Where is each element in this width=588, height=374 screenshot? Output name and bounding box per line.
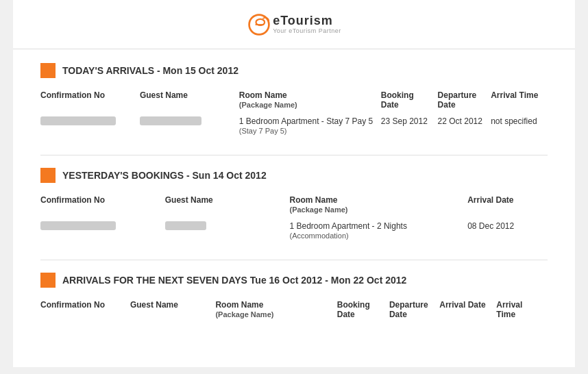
- next-seven-days-section: ARRIVALS FOR THE NEXT SEVEN DAYS Tue 16 …: [40, 273, 548, 323]
- td-arrival-date-2: 08 Dec 2012: [467, 219, 548, 243]
- todays-arrivals-section: TODAY'S ARRIVALS - Mon 15 Oct 2012 Confi…: [40, 63, 548, 138]
- next-seven-days-header: ARRIVALS FOR THE NEXT SEVEN DAYS Tue 16 …: [40, 273, 548, 288]
- yesterdays-bookings-section: YESTERDAY'S BOOKINGS - Sun 14 Oct 2012 C…: [40, 168, 548, 243]
- td-room-2: 1 Bedroom Apartment - 2 Nights (Accommod…: [290, 219, 468, 243]
- th-room-2: Room Name (Package Name): [290, 192, 468, 219]
- table-header-row-3: Confirmation No Guest Name Room Name (Pa…: [40, 297, 548, 323]
- todays-arrivals-table: Confirmation No Guest Name Room Name (Pa…: [40, 88, 548, 138]
- divider-2: [40, 260, 548, 260]
- th-departure-date: Departure Date: [438, 88, 491, 114]
- content: TODAY'S ARRIVALS - Mon 15 Oct 2012 Confi…: [13, 49, 575, 353]
- blurred-confirmation: [40, 116, 116, 125]
- td-departure-date: 22 Oct 2012: [438, 114, 491, 138]
- logo-tagline: Your eTourism Partner: [273, 28, 341, 35]
- th-arrival-time: Arrival Time: [491, 88, 548, 114]
- orange-box-indicator: [40, 63, 56, 78]
- divider-1: [40, 155, 548, 155]
- header: eTourism Your eTourism Partner: [13, 0, 575, 49]
- table-header-row: Confirmation No Guest Name Room Name (Pa…: [40, 88, 548, 114]
- room-name-sub-text-2: (Accommodation): [290, 232, 349, 240]
- th-confirmation-3: Confirmation No: [40, 297, 130, 323]
- table-row-2: 1 Bedroom Apartment - 2 Nights (Accommod…: [40, 219, 548, 243]
- th-room-3: Room Name (Package Name): [215, 297, 336, 323]
- th-confirmation-2: Confirmation No: [40, 192, 165, 219]
- blurred-guest-2: [165, 221, 206, 230]
- blurred-guest: [140, 116, 201, 125]
- th-booking-date: Booking Date: [381, 88, 438, 114]
- th-guest: Guest Name: [140, 88, 239, 114]
- table-row: 1 Bedroom Apartment - Stay 7 Pay 5 (Stay…: [40, 114, 548, 138]
- todays-arrivals-header: TODAY'S ARRIVALS - Mon 15 Oct 2012: [40, 63, 548, 78]
- yesterdays-bookings-title: YESTERDAY'S BOOKINGS - Sun 14 Oct 2012: [62, 170, 267, 181]
- td-confirmation: [40, 114, 140, 138]
- th-arrival-time-3: Arrival Time: [496, 297, 548, 323]
- room-name-text: 1 Bedroom Apartment - Stay 7 Pay 5: [239, 116, 373, 126]
- todays-arrivals-title: TODAY'S ARRIVALS - Mon 15 Oct 2012: [62, 65, 238, 76]
- th-arrival-date-2: Arrival Date: [467, 192, 548, 219]
- th-confirmation: Confirmation No: [40, 88, 140, 114]
- orange-box-indicator-3: [40, 273, 56, 288]
- logo-text: eTourism Your eTourism Partner: [273, 14, 341, 35]
- th-booking-date-3: Booking Date: [337, 297, 389, 323]
- td-guest-2: [165, 219, 290, 243]
- td-room: 1 Bedroom Apartment - Stay 7 Pay 5 (Stay…: [239, 114, 381, 138]
- th-guest-3: Guest Name: [130, 297, 216, 323]
- logo-name: eTourism: [273, 14, 333, 28]
- next-seven-days-table: Confirmation No Guest Name Room Name (Pa…: [40, 297, 548, 323]
- table-header-row-2: Confirmation No Guest Name Room Name (Pa…: [40, 192, 548, 219]
- th-arrival-date-3: Arrival Date: [439, 297, 496, 323]
- logo-icon: [247, 12, 271, 37]
- next-seven-days-title: ARRIVALS FOR THE NEXT SEVEN DAYS Tue 16 …: [62, 275, 406, 286]
- logo: eTourism Your eTourism Partner: [247, 12, 341, 37]
- yesterdays-bookings-table: Confirmation No Guest Name Room Name (Pa…: [40, 192, 548, 243]
- th-guest-2: Guest Name: [165, 192, 290, 219]
- orange-box-indicator-2: [40, 168, 56, 183]
- th-room: Room Name (Package Name): [239, 88, 381, 114]
- td-confirmation-2: [40, 219, 165, 243]
- room-name-sub-text: (Stay 7 Pay 5): [239, 127, 287, 135]
- room-name-text-2: 1 Bedroom Apartment - 2 Nights: [290, 221, 407, 231]
- td-arrival-time: not specified: [491, 114, 548, 138]
- blurred-confirmation-2: [40, 221, 116, 230]
- page-wrapper: eTourism Your eTourism Partner TODAY'S A…: [13, 0, 575, 367]
- th-departure-date-3: Departure Date: [389, 297, 439, 323]
- yesterdays-bookings-header: YESTERDAY'S BOOKINGS - Sun 14 Oct 2012: [40, 168, 548, 183]
- td-booking-date: 23 Sep 2012: [381, 114, 438, 138]
- td-guest: [140, 114, 239, 138]
